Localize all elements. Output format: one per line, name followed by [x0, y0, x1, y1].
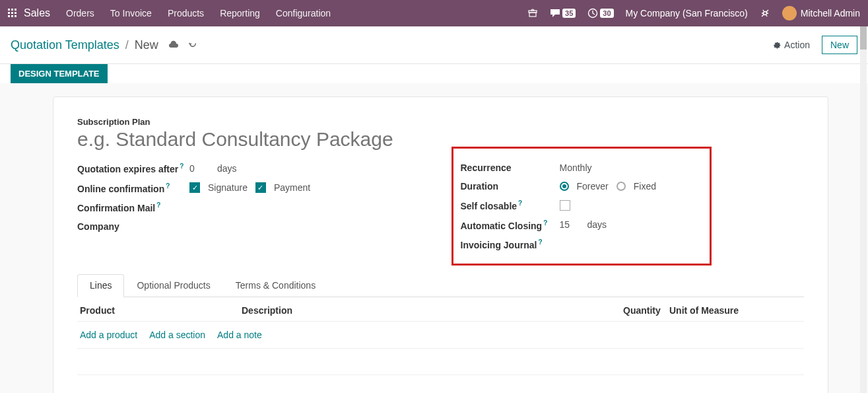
menu-configuration[interactable]: Configuration [276, 8, 331, 18]
breadcrumb-parent[interactable]: Quotation Templates [11, 38, 119, 52]
template-name-input[interactable] [77, 128, 804, 151]
help-icon[interactable]: ? [538, 238, 542, 246]
tab-lines[interactable]: Lines [77, 274, 124, 297]
svg-rect-0 [8, 9, 10, 11]
self-closable-label: Self closable? [461, 199, 560, 211]
svg-rect-10 [529, 13, 536, 17]
signature-checkbox[interactable]: ✓ [189, 182, 200, 193]
svg-rect-3 [8, 12, 10, 14]
breadcrumb-sep: / [125, 38, 129, 52]
section-label: Subscription Plan [77, 117, 804, 127]
right-column: Recurrence Monthly Duration Forever Fixe… [461, 162, 805, 258]
form-sheet: Subscription Plan Quotation expires afte… [53, 96, 828, 393]
top-menu: Orders To Invoice Products Reporting Con… [66, 8, 331, 18]
expires-unit: days [217, 163, 237, 174]
debug-icon[interactable] [760, 8, 770, 18]
activities-icon[interactable]: 30 [587, 8, 613, 18]
user-name: Mitchell Admin [801, 8, 860, 18]
help-icon[interactable]: ? [156, 201, 160, 209]
conf-mail-label: Confirmation Mail? [77, 201, 189, 213]
expires-value[interactable]: 0 [189, 163, 209, 174]
user-menu[interactable]: Mitchell Admin [782, 6, 860, 20]
ribbon-row: DESIGN TEMPLATE [0, 64, 868, 83]
activities-badge: 30 [600, 9, 613, 18]
signature-label: Signature [208, 182, 248, 193]
recurrence-label: Recurrence [461, 162, 560, 173]
svg-rect-2 [15, 9, 17, 11]
add-note-link[interactable]: Add a note [217, 330, 262, 340]
help-icon[interactable]: ? [166, 182, 170, 190]
recurrence-field[interactable]: Monthly [560, 162, 592, 173]
menu-products[interactable]: Products [168, 8, 204, 18]
add-section-link[interactable]: Add a section [149, 330, 205, 340]
left-column: Quotation expires after? 0 days Online c… [77, 162, 421, 258]
content: Subscription Plan Quotation expires afte… [0, 83, 868, 393]
add-product-link[interactable]: Add a product [80, 330, 137, 340]
svg-rect-6 [8, 15, 10, 17]
duration-label: Duration [461, 181, 560, 192]
auto-close-value[interactable]: 15 [560, 219, 580, 230]
payment-checkbox[interactable]: ✓ [255, 182, 266, 193]
th-quantity: Quantity [623, 305, 663, 316]
company-switcher[interactable]: My Company (San Francisco) [626, 8, 748, 18]
messages-icon[interactable]: 35 [550, 9, 576, 18]
app-brand[interactable]: Sales [24, 7, 50, 19]
company-label: Company [77, 221, 189, 232]
apps-icon[interactable] [8, 9, 17, 18]
scrollbar-thumb[interactable] [860, 26, 867, 50]
auto-close-unit: days [587, 219, 607, 230]
svg-rect-8 [15, 15, 17, 17]
new-button[interactable]: New [822, 36, 857, 54]
svg-point-12 [763, 12, 766, 15]
cloud-save-icon[interactable] [168, 38, 179, 52]
scrollbar-track[interactable] [860, 26, 867, 393]
duration-fixed-radio[interactable] [617, 182, 626, 191]
help-icon[interactable]: ? [180, 162, 184, 170]
topbar: Sales Orders To Invoice Products Reporti… [0, 0, 868, 26]
invoicing-journal-label: Invoicing Journal? [461, 238, 560, 250]
help-icon[interactable]: ? [518, 199, 522, 207]
tab-terms[interactable]: Terms & Conditions [223, 274, 328, 297]
action-bar: Quotation Templates / New Action New [0, 26, 868, 64]
menu-orders[interactable]: Orders [66, 8, 94, 18]
expires-label: Quotation expires after? [77, 162, 189, 174]
duration-forever-radio[interactable] [560, 182, 569, 191]
svg-rect-4 [11, 12, 13, 14]
th-uom: Unit of Measure [669, 305, 801, 316]
svg-rect-5 [15, 12, 17, 14]
svg-rect-1 [11, 9, 13, 11]
th-description: Description [242, 305, 426, 316]
breadcrumb: Quotation Templates / New [11, 38, 197, 52]
menu-reporting[interactable]: Reporting [220, 8, 260, 18]
duration-forever-label: Forever [577, 181, 609, 192]
gift-icon[interactable] [527, 8, 538, 18]
help-icon[interactable]: ? [543, 219, 547, 227]
online-conf-label: Online confirmation? [77, 182, 189, 194]
discard-icon[interactable] [188, 38, 197, 52]
design-template-button[interactable]: DESIGN TEMPLATE [11, 64, 108, 83]
th-product: Product [80, 305, 242, 316]
avatar [782, 6, 797, 20]
menu-to-invoice[interactable]: To Invoice [110, 8, 152, 18]
self-closable-checkbox[interactable] [560, 200, 570, 211]
messages-badge: 35 [562, 9, 576, 18]
breadcrumb-current: New [135, 38, 158, 52]
payment-label: Payment [274, 182, 310, 193]
empty-row [77, 349, 804, 375]
action-menu[interactable]: Action [773, 40, 810, 50]
svg-rect-7 [11, 15, 13, 17]
table-actions: Add a product Add a section Add a note [77, 322, 804, 349]
table-header: Product Description Quantity Unit of Mea… [77, 297, 804, 322]
duration-fixed-label: Fixed [634, 181, 656, 192]
tab-optional-products[interactable]: Optional Products [124, 274, 222, 297]
action-label: Action [784, 40, 810, 50]
tabs: Lines Optional Products Terms & Conditio… [77, 274, 804, 297]
auto-close-label: Automatic Closing? [461, 219, 560, 231]
